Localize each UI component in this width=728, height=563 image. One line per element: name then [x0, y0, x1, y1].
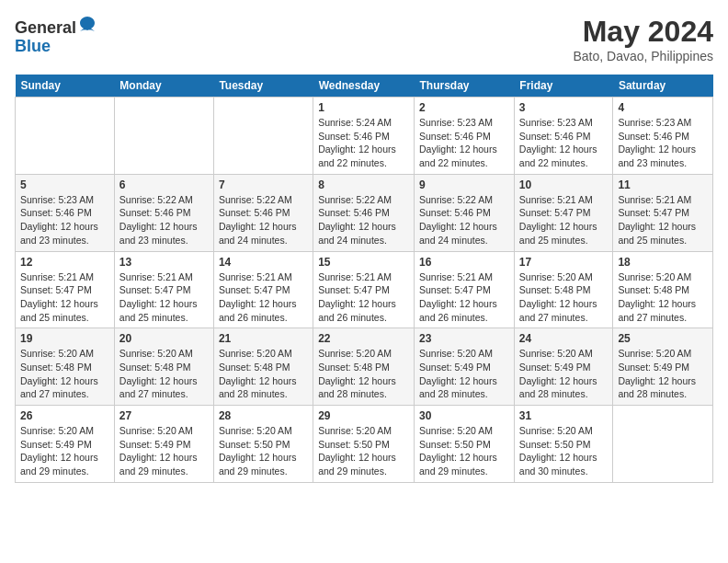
calendar-cell: 26Sunrise: 5:20 AM Sunset: 5:49 PM Dayli… [16, 406, 115, 483]
day-info: Sunrise: 5:21 AM Sunset: 5:47 PM Dayligh… [618, 193, 708, 247]
day-number: 28 [219, 409, 308, 422]
logo-general: General [15, 18, 76, 37]
calendar-cell: 18Sunrise: 5:20 AM Sunset: 5:48 PM Dayli… [613, 251, 713, 328]
calendar-cell: 13Sunrise: 5:21 AM Sunset: 5:47 PM Dayli… [114, 251, 213, 328]
day-number: 7 [219, 178, 308, 191]
logo-blue: Blue [15, 38, 97, 56]
day-number: 13 [119, 256, 209, 269]
day-info: Sunrise: 5:21 AM Sunset: 5:47 PM Dayligh… [119, 270, 209, 325]
day-number: 14 [219, 256, 308, 269]
day-number: 11 [618, 178, 708, 191]
day-info: Sunrise: 5:23 AM Sunset: 5:46 PM Dayligh… [618, 116, 708, 170]
day-info: Sunrise: 5:20 AM Sunset: 5:50 PM Dayligh… [519, 424, 609, 478]
calendar-cell: 24Sunrise: 5:20 AM Sunset: 5:49 PM Dayli… [514, 328, 613, 406]
calendar-cell: 29Sunrise: 5:20 AM Sunset: 5:50 PM Dayli… [313, 406, 415, 483]
day-number: 17 [519, 256, 609, 269]
calendar-cell: 8Sunrise: 5:22 AM Sunset: 5:46 PM Daylig… [313, 174, 415, 251]
day-header-monday: Monday [114, 75, 213, 98]
calendar-cell: 1Sunrise: 5:24 AM Sunset: 5:46 PM Daylig… [313, 98, 415, 175]
calendar-cell: 17Sunrise: 5:20 AM Sunset: 5:48 PM Dayli… [514, 251, 613, 328]
day-number: 3 [519, 101, 609, 114]
day-info: Sunrise: 5:20 AM Sunset: 5:49 PM Dayligh… [419, 347, 509, 401]
day-info: Sunrise: 5:21 AM Sunset: 5:47 PM Dayligh… [20, 270, 109, 325]
day-number: 8 [318, 178, 409, 191]
day-number: 19 [20, 332, 109, 345]
day-number: 18 [618, 256, 708, 269]
day-header-tuesday: Tuesday [213, 75, 313, 98]
day-info: Sunrise: 5:22 AM Sunset: 5:46 PM Dayligh… [219, 193, 308, 247]
calendar-cell: 19Sunrise: 5:20 AM Sunset: 5:48 PM Dayli… [16, 328, 115, 406]
day-info: Sunrise: 5:21 AM Sunset: 5:47 PM Dayligh… [219, 270, 308, 325]
calendar-week-3: 19Sunrise: 5:20 AM Sunset: 5:48 PM Dayli… [16, 328, 713, 406]
calendar-week-1: 5Sunrise: 5:23 AM Sunset: 5:46 PM Daylig… [16, 174, 713, 251]
calendar-cell [114, 98, 213, 175]
day-info: Sunrise: 5:20 AM Sunset: 5:50 PM Dayligh… [318, 424, 409, 478]
day-header-thursday: Thursday [415, 75, 515, 98]
title-block: May 2024 Bato, Davao, Philippines [573, 15, 713, 63]
calendar-cell: 23Sunrise: 5:20 AM Sunset: 5:49 PM Dayli… [415, 328, 515, 406]
day-info: Sunrise: 5:22 AM Sunset: 5:46 PM Dayligh… [119, 193, 209, 247]
day-number: 9 [419, 178, 509, 191]
logo-text: General [15, 15, 97, 38]
day-info: Sunrise: 5:20 AM Sunset: 5:49 PM Dayligh… [119, 424, 209, 478]
day-number: 4 [618, 101, 708, 114]
location: Bato, Davao, Philippines [573, 49, 713, 63]
calendar-cell: 20Sunrise: 5:20 AM Sunset: 5:48 PM Dayli… [114, 328, 213, 406]
day-number: 1 [318, 101, 409, 114]
day-number: 23 [419, 332, 509, 345]
calendar-cell [613, 406, 713, 483]
day-number: 10 [519, 178, 609, 191]
calendar-cell: 28Sunrise: 5:20 AM Sunset: 5:50 PM Dayli… [213, 406, 313, 483]
calendar-cell: 22Sunrise: 5:20 AM Sunset: 5:48 PM Dayli… [313, 328, 415, 406]
calendar-cell: 6Sunrise: 5:22 AM Sunset: 5:46 PM Daylig… [114, 174, 213, 251]
day-header-friday: Friday [514, 75, 613, 98]
calendar-cell: 27Sunrise: 5:20 AM Sunset: 5:49 PM Dayli… [114, 406, 213, 483]
day-info: Sunrise: 5:23 AM Sunset: 5:46 PM Dayligh… [419, 116, 509, 170]
day-number: 30 [419, 409, 509, 422]
day-info: Sunrise: 5:20 AM Sunset: 5:48 PM Dayligh… [20, 347, 109, 401]
day-info: Sunrise: 5:21 AM Sunset: 5:47 PM Dayligh… [519, 193, 609, 247]
day-info: Sunrise: 5:20 AM Sunset: 5:48 PM Dayligh… [119, 347, 209, 401]
day-number: 25 [618, 332, 708, 345]
calendar-cell: 10Sunrise: 5:21 AM Sunset: 5:47 PM Dayli… [514, 174, 613, 251]
day-number: 20 [119, 332, 209, 345]
day-number: 16 [419, 256, 509, 269]
day-info: Sunrise: 5:20 AM Sunset: 5:49 PM Dayligh… [20, 424, 109, 478]
month-title: May 2024 [573, 15, 713, 49]
day-info: Sunrise: 5:21 AM Sunset: 5:47 PM Dayligh… [318, 270, 409, 325]
calendar-table: SundayMondayTuesdayWednesdayThursdayFrid… [15, 75, 713, 483]
day-number: 12 [20, 256, 109, 269]
day-number: 29 [318, 409, 409, 422]
day-number: 6 [119, 178, 209, 191]
day-number: 24 [519, 332, 609, 345]
calendar-cell: 25Sunrise: 5:20 AM Sunset: 5:49 PM Dayli… [613, 328, 713, 406]
calendar-cell [16, 98, 115, 175]
day-header-wednesday: Wednesday [313, 75, 415, 98]
day-number: 5 [20, 178, 109, 191]
calendar-cell: 12Sunrise: 5:21 AM Sunset: 5:47 PM Dayli… [16, 251, 115, 328]
calendar-cell: 30Sunrise: 5:20 AM Sunset: 5:50 PM Dayli… [415, 406, 515, 483]
day-number: 15 [318, 256, 409, 269]
calendar-cell: 15Sunrise: 5:21 AM Sunset: 5:47 PM Dayli… [313, 251, 415, 328]
day-number: 31 [519, 409, 609, 422]
calendar-cell: 16Sunrise: 5:21 AM Sunset: 5:47 PM Dayli… [415, 251, 515, 328]
day-info: Sunrise: 5:21 AM Sunset: 5:47 PM Dayligh… [419, 270, 509, 325]
calendar-cell: 11Sunrise: 5:21 AM Sunset: 5:47 PM Dayli… [613, 174, 713, 251]
calendar-week-2: 12Sunrise: 5:21 AM Sunset: 5:47 PM Dayli… [16, 251, 713, 328]
calendar-week-0: 1Sunrise: 5:24 AM Sunset: 5:46 PM Daylig… [16, 98, 713, 175]
calendar-cell: 31Sunrise: 5:20 AM Sunset: 5:50 PM Dayli… [514, 406, 613, 483]
day-info: Sunrise: 5:22 AM Sunset: 5:46 PM Dayligh… [318, 193, 409, 247]
day-number: 26 [20, 409, 109, 422]
calendar-cell: 4Sunrise: 5:23 AM Sunset: 5:46 PM Daylig… [613, 98, 713, 175]
day-info: Sunrise: 5:20 AM Sunset: 5:50 PM Dayligh… [219, 424, 308, 478]
page-header: General Blue May 2024 Bato, Davao, Phili… [15, 15, 713, 63]
day-info: Sunrise: 5:23 AM Sunset: 5:46 PM Dayligh… [519, 116, 609, 170]
day-number: 2 [419, 101, 509, 114]
calendar-cell: 21Sunrise: 5:20 AM Sunset: 5:48 PM Dayli… [213, 328, 313, 406]
calendar-cell: 9Sunrise: 5:22 AM Sunset: 5:46 PM Daylig… [415, 174, 515, 251]
day-info: Sunrise: 5:20 AM Sunset: 5:48 PM Dayligh… [219, 347, 308, 401]
day-number: 27 [119, 409, 209, 422]
calendar-week-4: 26Sunrise: 5:20 AM Sunset: 5:49 PM Dayli… [16, 406, 713, 483]
calendar-cell: 2Sunrise: 5:23 AM Sunset: 5:46 PM Daylig… [415, 98, 515, 175]
day-number: 21 [219, 332, 308, 345]
